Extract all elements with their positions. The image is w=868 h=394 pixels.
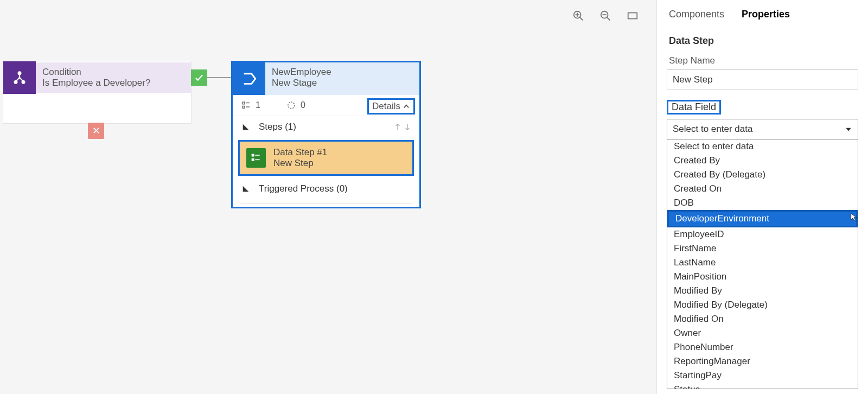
dropdown-option[interactable]: Owner — [667, 326, 858, 340]
branch-icon — [3, 61, 36, 94]
data-step-item[interactable]: Data Step #1 New Step — [238, 140, 414, 176]
process-canvas[interactable]: Condition Is Employee a Developer? ✕ New… — [0, 0, 656, 394]
svg-line-1 — [580, 17, 583, 21]
svg-rect-20 — [252, 154, 254, 156]
svg-marker-26 — [851, 213, 857, 220]
dropdown-option[interactable]: PhoneNumber — [667, 340, 858, 354]
dropdown-option[interactable]: Created On — [667, 182, 858, 196]
svg-marker-24 — [243, 186, 249, 192]
panel-section-title: Data Step — [669, 35, 856, 47]
dropdown-option[interactable]: Status — [667, 383, 858, 389]
dropdown-option[interactable]: Modified By (Delegate) — [667, 298, 858, 312]
chevron-up-icon — [403, 103, 410, 110]
form-icon — [246, 148, 266, 168]
svg-point-18 — [288, 102, 295, 109]
triangle-collapse-icon — [241, 185, 250, 193]
details-toggle[interactable]: Details — [367, 98, 415, 115]
dropdown-option[interactable]: FirstName — [667, 242, 858, 256]
condition-node[interactable]: Condition Is Employee a Developer? — [3, 61, 192, 124]
svg-marker-25 — [846, 128, 851, 131]
zoom-out-icon[interactable] — [599, 10, 611, 24]
svg-point-12 — [15, 81, 17, 84]
condition-type-label: Condition — [42, 67, 184, 78]
dropdown-option[interactable]: StartingPay — [667, 368, 858, 383]
stage-icon — [233, 62, 265, 95]
cursor-icon — [850, 213, 858, 224]
triggered-process-header[interactable]: Triggered Process (0) — [233, 178, 419, 200]
svg-point-8 — [18, 72, 21, 75]
dropdown-option[interactable]: LastName — [667, 256, 858, 270]
step-name-label: Step Name — [669, 55, 856, 66]
step-title: Data Step #1 — [273, 147, 327, 158]
svg-marker-19 — [243, 124, 249, 130]
steps-section-header[interactable]: Steps (1) — [233, 116, 419, 138]
stage-name: New Stage — [272, 78, 413, 88]
dropdown-option[interactable]: Modified By — [667, 284, 858, 298]
properties-panel: Components Properties Data Step Step Nam… — [656, 0, 868, 394]
dropdown-option[interactable]: Created By — [667, 154, 858, 168]
dropdown-option[interactable]: MainPosition — [667, 270, 858, 284]
triangle-collapse-icon — [241, 123, 250, 131]
svg-rect-15 — [242, 106, 245, 109]
step-subtitle: New Step — [273, 158, 327, 169]
stage-loop-icon: 0 — [286, 100, 305, 110]
zoom-in-icon[interactable] — [572, 10, 584, 24]
branch-yes-icon[interactable] — [191, 69, 207, 86]
branch-no-icon[interactable]: ✕ — [88, 123, 104, 139]
dropdown-option[interactable]: Created By (Delegate) — [667, 168, 858, 182]
svg-rect-7 — [628, 13, 637, 19]
dropdown-option[interactable]: DeveloperEnvironment — [667, 210, 858, 227]
dropdown-option[interactable]: Select to enter data — [667, 139, 858, 154]
dropdown-option[interactable]: DOB — [667, 196, 858, 210]
fit-screen-icon[interactable] — [627, 10, 639, 24]
svg-rect-21 — [252, 159, 254, 161]
svg-point-13 — [22, 81, 25, 84]
dropdown-option[interactable]: Modified On — [667, 312, 858, 326]
data-field-label: Data Field — [667, 100, 721, 115]
data-field-select[interactable]: Select to enter data — [667, 119, 858, 139]
connector-line — [207, 77, 231, 78]
reorder-arrows-icon[interactable] — [393, 123, 412, 131]
dropdown-option[interactable]: EmployeeID — [667, 227, 858, 242]
data-field-dropdown[interactable]: Select to enter dataCreated ByCreated By… — [667, 139, 858, 389]
stage-steps-icon: 1 — [241, 100, 260, 110]
step-name-input[interactable] — [667, 69, 858, 90]
svg-line-5 — [607, 17, 610, 21]
canvas-toolbar — [572, 10, 639, 24]
chevron-down-icon — [845, 125, 852, 133]
tab-properties[interactable]: Properties — [742, 9, 790, 20]
stage-node[interactable]: NewEmployee New Stage 1 0 Details Steps … — [231, 61, 421, 208]
svg-rect-14 — [242, 102, 245, 104]
stage-entity: NewEmployee — [272, 67, 413, 78]
condition-title: Is Employee a Developer? — [42, 78, 184, 88]
tab-components[interactable]: Components — [669, 9, 724, 20]
dropdown-option[interactable]: ReportingManager — [667, 354, 858, 368]
